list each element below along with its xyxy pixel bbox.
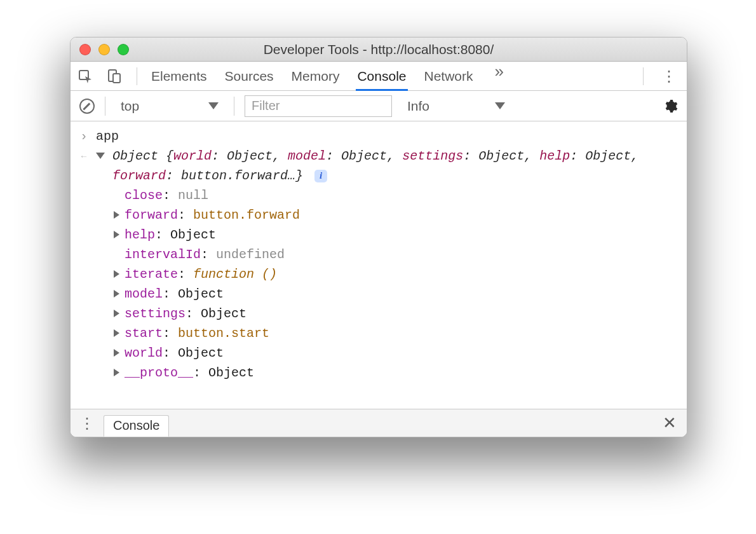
- tab-label: Memory: [292, 69, 340, 84]
- property-value: Object: [201, 306, 246, 321]
- property-row[interactable]: world: Object: [114, 343, 679, 363]
- chevron-down-icon: [495, 102, 505, 109]
- chevron-down-icon: [208, 102, 219, 109]
- caret-down-icon: [96, 153, 105, 159]
- spacer: [114, 245, 119, 252]
- console-settings-button[interactable]: [663, 99, 678, 114]
- property-row[interactable]: forward: button.forward: [114, 205, 679, 225]
- tab-network[interactable]: Network: [424, 62, 473, 90]
- tab-label: Elements: [151, 69, 207, 84]
- svg-rect-2: [113, 74, 120, 83]
- drawer: ⋮ Console ✕: [71, 409, 687, 437]
- drawer-tab-console[interactable]: Console: [104, 415, 169, 437]
- panel-tabs: Elements Sources Memory Console Network …: [151, 62, 629, 90]
- drawer-menu-button[interactable]: ⋮: [77, 414, 97, 432]
- inspect-element-icon[interactable]: [77, 68, 93, 85]
- expand-caret-icon[interactable]: [114, 349, 119, 357]
- separator: [105, 97, 105, 116]
- device-toolbar-icon[interactable]: [106, 68, 123, 85]
- minimize-window-button[interactable]: [98, 44, 110, 55]
- console-filter-input[interactable]: [245, 95, 392, 117]
- gear-icon: [663, 99, 678, 114]
- property-row[interactable]: __proto__: Object: [114, 363, 679, 383]
- property-name: forward: [125, 208, 178, 222]
- execution-context-select[interactable]: top: [116, 97, 224, 115]
- tab-label: Sources: [225, 69, 274, 84]
- property-value: button.start: [178, 326, 269, 341]
- tab-sources[interactable]: Sources: [225, 62, 274, 90]
- zoom-window-button[interactable]: [118, 44, 129, 55]
- property-name: __proto__: [125, 366, 193, 380]
- property-value: function (): [193, 267, 277, 282]
- property-row[interactable]: start: button.start: [114, 324, 679, 343]
- kebab-icon: ⋮: [661, 67, 677, 85]
- drawer-tab-label: Console: [113, 418, 159, 433]
- property-value: Object: [208, 366, 254, 380]
- separator: [234, 97, 234, 116]
- console-input-row: › app: [78, 127, 679, 146]
- kebab-icon: ⋮: [79, 414, 95, 432]
- titlebar: Developer Tools - http://localhost:8080/: [71, 38, 687, 62]
- close-icon: ✕: [663, 413, 677, 432]
- property-name: model: [125, 287, 163, 301]
- window-title: Developer Tools - http://localhost:8080/: [71, 42, 687, 57]
- separator: [137, 67, 137, 85]
- object-expand-toggle[interactable]: Object {world: Object, model: Object, se…: [96, 146, 679, 186]
- info-badge-icon[interactable]: i: [314, 170, 327, 182]
- expand-caret-icon[interactable]: [114, 211, 119, 219]
- property-row: intervalId: undefined: [114, 245, 679, 264]
- tab-label: Console: [357, 69, 406, 84]
- property-value: undefined: [216, 247, 285, 262]
- tab-console[interactable]: Console: [357, 62, 406, 90]
- property-value: Object: [178, 346, 224, 360]
- output-arrow-icon: ←: [78, 146, 90, 163]
- chevrons-right-icon: »: [495, 62, 504, 81]
- property-name: settings: [125, 306, 186, 321]
- expand-caret-icon[interactable]: [114, 329, 119, 337]
- expand-caret-icon[interactable]: [114, 290, 119, 298]
- context-value: top: [121, 99, 139, 114]
- expand-caret-icon[interactable]: [114, 270, 119, 278]
- property-name: world: [125, 346, 163, 360]
- property-name: intervalId: [125, 247, 201, 262]
- property-value: null: [178, 188, 208, 203]
- tab-elements[interactable]: Elements: [151, 62, 207, 90]
- drawer-close-button[interactable]: ✕: [659, 413, 680, 433]
- console-output: › app ← Object {world: Object, model: Ob…: [71, 121, 687, 409]
- property-name: start: [125, 326, 163, 341]
- property-row[interactable]: model: Object: [114, 284, 679, 304]
- window-controls: [71, 44, 129, 55]
- devtools-window: Developer Tools - http://localhost:8080/…: [70, 37, 687, 437]
- property-row[interactable]: settings: Object: [114, 304, 679, 324]
- object-summary: Object {world: Object, model: Object, se…: [112, 146, 679, 186]
- tabs-overflow-button[interactable]: »: [491, 62, 508, 90]
- property-name: help: [125, 228, 155, 242]
- input-chevron-icon: ›: [78, 127, 90, 146]
- expand-caret-icon[interactable]: [114, 310, 119, 317]
- spacer: [114, 186, 119, 193]
- object-properties-tree: close: nullforward: button.forwardhelp: …: [78, 186, 679, 383]
- clear-console-icon[interactable]: [79, 99, 95, 114]
- separator: [643, 67, 644, 85]
- expand-caret-icon[interactable]: [114, 369, 119, 376]
- tab-memory[interactable]: Memory: [292, 62, 340, 90]
- tab-label: Network: [424, 69, 473, 84]
- console-toolbar: top Info: [71, 91, 687, 121]
- property-name: close: [125, 188, 163, 203]
- property-value: Object: [170, 228, 216, 242]
- close-window-button[interactable]: [79, 44, 91, 55]
- property-row: close: null: [114, 186, 679, 205]
- property-row[interactable]: iterate: function (): [114, 264, 679, 284]
- property-row[interactable]: help: Object: [114, 225, 679, 245]
- console-result-row: ← Object {world: Object, model: Object, …: [78, 146, 679, 186]
- devtools-tabbar: Elements Sources Memory Console Network …: [71, 62, 687, 91]
- expand-caret-icon[interactable]: [114, 231, 119, 238]
- property-value: Object: [178, 287, 224, 301]
- console-input-text: app: [96, 127, 119, 146]
- log-level-select[interactable]: Info: [402, 97, 510, 115]
- devtools-menu-button[interactable]: ⋮: [658, 67, 680, 85]
- property-name: iterate: [125, 267, 178, 282]
- property-value: button.forward: [193, 208, 300, 222]
- level-value: Info: [407, 99, 429, 114]
